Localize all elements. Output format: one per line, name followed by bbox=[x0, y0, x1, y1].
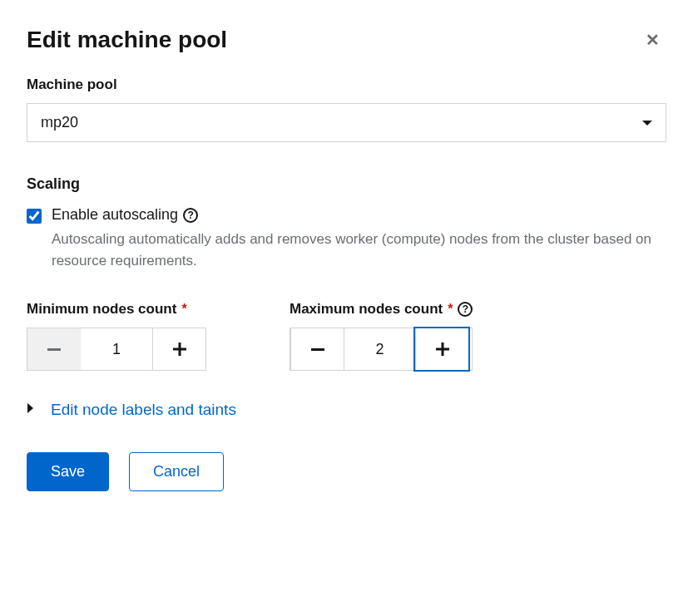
help-icon[interactable]: ? bbox=[458, 302, 473, 317]
close-icon: ✕ bbox=[646, 31, 660, 49]
svg-rect-3 bbox=[311, 348, 324, 351]
enable-autoscaling-checkbox[interactable] bbox=[27, 209, 42, 224]
close-button[interactable]: ✕ bbox=[639, 27, 666, 53]
machine-pool-selected-value: mp20 bbox=[41, 114, 78, 131]
svg-rect-0 bbox=[47, 348, 61, 351]
machine-pool-label: Machine pool bbox=[27, 76, 666, 93]
plus-icon bbox=[436, 342, 449, 356]
minimum-nodes-increment-button[interactable] bbox=[152, 328, 205, 370]
maximum-nodes-increment-button[interactable] bbox=[415, 328, 468, 370]
cancel-button[interactable]: Cancel bbox=[129, 452, 224, 491]
help-icon[interactable]: ? bbox=[183, 208, 198, 223]
maximum-nodes-input[interactable] bbox=[344, 328, 415, 370]
plus-icon bbox=[173, 342, 186, 356]
maximum-nodes-decrement-button[interactable] bbox=[290, 328, 344, 370]
chevron-right-icon[interactable] bbox=[27, 402, 34, 417]
minimum-nodes-stepper bbox=[27, 328, 206, 371]
autoscaling-description: Autoscaling automatically adds and remov… bbox=[52, 229, 666, 271]
minus-icon bbox=[47, 348, 61, 351]
maximum-nodes-label: Maximum nodes count bbox=[290, 301, 443, 318]
modal-title: Edit machine pool bbox=[27, 27, 227, 53]
minus-icon bbox=[311, 348, 324, 351]
minimum-nodes-decrement-button bbox=[27, 328, 81, 370]
enable-autoscaling-label: Enable autoscaling bbox=[52, 206, 178, 224]
maximum-nodes-stepper bbox=[290, 328, 473, 371]
scaling-heading: Scaling bbox=[27, 175, 666, 193]
required-asterisk: * bbox=[181, 302, 186, 317]
svg-rect-5 bbox=[436, 348, 449, 351]
minimum-nodes-input[interactable] bbox=[81, 328, 152, 370]
svg-rect-2 bbox=[173, 348, 186, 351]
save-button[interactable]: Save bbox=[27, 452, 109, 491]
required-asterisk: * bbox=[448, 302, 453, 317]
edit-labels-taints-link[interactable]: Edit node labels and taints bbox=[51, 401, 236, 419]
minimum-nodes-label: Minimum nodes count bbox=[27, 301, 176, 318]
machine-pool-select[interactable]: mp20 bbox=[27, 103, 666, 142]
